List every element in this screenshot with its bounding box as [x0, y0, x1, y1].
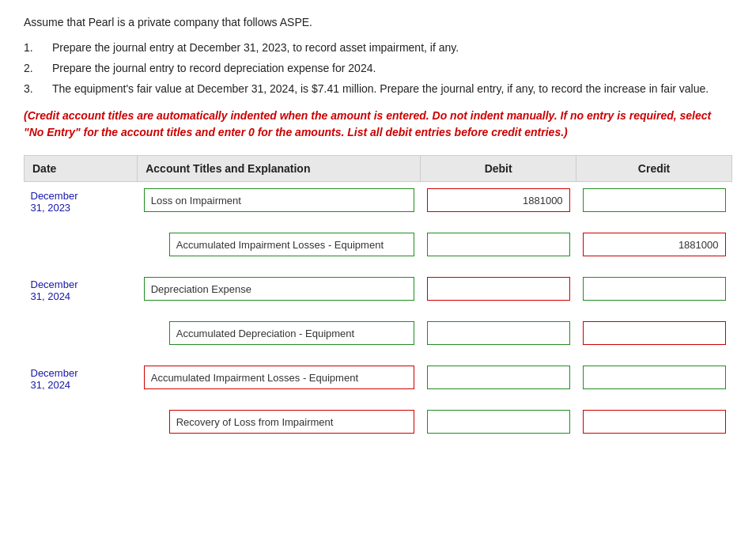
date-cell-empty [25, 316, 138, 350]
credit-cell [576, 405, 732, 438]
header-credit: Credit [576, 156, 732, 182]
question-2-text: Prepare the journal entry to record depr… [52, 62, 376, 74]
account-input[interactable] [144, 366, 414, 389]
table-row: December31, 2023 [25, 182, 732, 219]
header-account: Account Titles and Explanation [138, 156, 421, 182]
journal-table: Date Account Titles and Explanation Debi… [24, 155, 732, 438]
questions-list: 1. Prepare the journal entry at December… [24, 41, 732, 95]
debit-input[interactable] [427, 188, 570, 212]
date-cell: December31, 2023 [25, 182, 138, 219]
debit-input[interactable] [427, 321, 570, 345]
date-cell: December31, 2024 [25, 359, 138, 396]
account-cell [138, 228, 421, 261]
warning-text: (Credit account titles are automatically… [24, 108, 732, 141]
debit-cell [421, 405, 576, 438]
credit-cell [576, 228, 732, 261]
account-input[interactable] [169, 233, 414, 256]
debit-input[interactable] [427, 366, 570, 389]
account-cell [138, 405, 421, 438]
account-input[interactable] [169, 321, 414, 345]
intro-text: Assume that Pearl is a private company t… [24, 16, 732, 28]
debit-input[interactable] [427, 233, 570, 256]
account-cell [138, 271, 421, 307]
credit-cell [576, 359, 732, 396]
credit-input[interactable] [583, 321, 726, 345]
debit-cell [421, 316, 576, 350]
credit-cell [576, 316, 732, 350]
account-cell [138, 316, 421, 350]
account-cell [138, 182, 421, 219]
question-3-num: 3. [24, 82, 52, 95]
debit-cell [421, 228, 576, 261]
question-1: 1. Prepare the journal entry at December… [24, 41, 732, 54]
question-2-num: 2. [24, 62, 52, 74]
account-input[interactable] [169, 410, 414, 434]
question-1-text: Prepare the journal entry at December 31… [52, 41, 459, 54]
date-cell-empty [25, 228, 138, 261]
credit-input[interactable] [583, 188, 726, 212]
question-1-num: 1. [24, 41, 52, 54]
date-cell: December31, 2024 [25, 271, 138, 307]
account-input[interactable] [144, 277, 414, 301]
header-debit: Debit [421, 156, 576, 182]
debit-cell [421, 359, 576, 396]
credit-input[interactable] [583, 233, 726, 256]
table-row [25, 316, 732, 350]
credit-input[interactable] [583, 410, 726, 434]
question-3: 3. The equipment's fair value at Decembe… [24, 82, 732, 95]
credit-input[interactable] [583, 277, 726, 301]
question-3-text: The equipment's fair value at December 3… [52, 82, 709, 95]
question-2: 2. Prepare the journal entry to record d… [24, 62, 732, 74]
credit-cell [576, 182, 732, 219]
debit-cell [421, 271, 576, 307]
account-cell [138, 359, 421, 396]
header-date: Date [25, 156, 138, 182]
debit-input[interactable] [427, 410, 570, 434]
table-row [25, 405, 732, 438]
table-row: December31, 2024 [25, 359, 732, 396]
credit-cell [576, 271, 732, 307]
table-row: December31, 2024 [25, 271, 732, 307]
account-input[interactable] [144, 188, 414, 212]
debit-input[interactable] [427, 277, 570, 301]
date-cell-empty [25, 405, 138, 438]
debit-cell [421, 182, 576, 219]
credit-input[interactable] [583, 366, 726, 389]
table-row [25, 228, 732, 261]
